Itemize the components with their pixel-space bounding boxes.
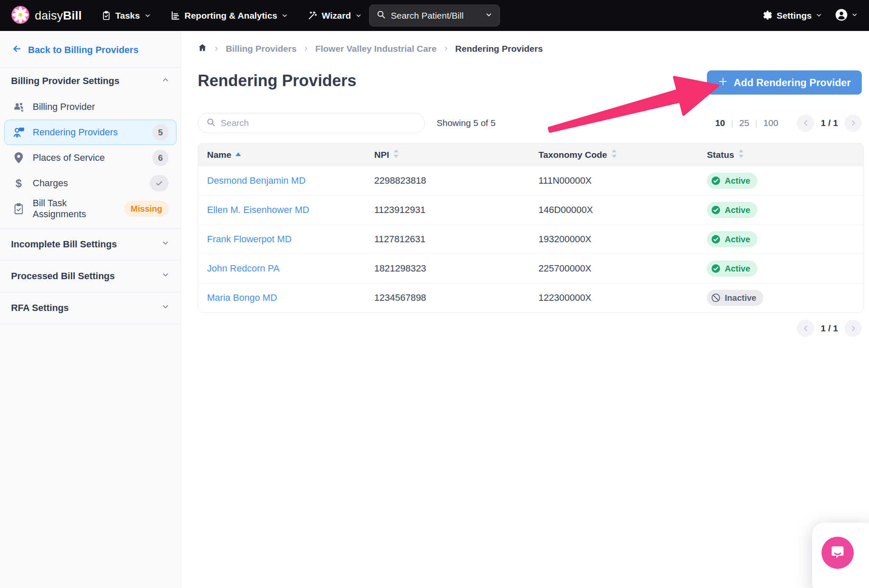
count-badge: 6: [152, 150, 168, 166]
separator: |: [755, 118, 757, 128]
status-label: Active: [725, 176, 750, 186]
sidebar-item-bill-task-assignments[interactable]: Bill Task Assignments Missing: [4, 196, 177, 221]
brand-logo[interactable]: daisyBill: [11, 6, 82, 26]
account-menu[interactable]: [835, 8, 858, 23]
column-header-status[interactable]: Status: [698, 149, 863, 160]
back-to-billing-providers-link[interactable]: Back to Billing Providers: [0, 31, 181, 67]
gear-icon: [762, 9, 773, 22]
provider-taxonomy: 111N00000X: [530, 175, 698, 186]
user-avatar-icon: [835, 8, 848, 23]
section-incomplete-bill-settings[interactable]: Incomplete Bill Settings: [0, 229, 181, 260]
sidebar-item-charges[interactable]: $ Charges: [4, 171, 177, 196]
provider-name-link[interactable]: Desmond Benjamin MD: [198, 175, 365, 186]
nav-item-settings[interactable]: Settings: [762, 9, 822, 22]
sidebar-item-billing-provider[interactable]: Billing Provider: [4, 94, 177, 120]
chevron-down-icon: [355, 12, 362, 19]
slash-circle-icon: [711, 293, 721, 303]
breadcrumb-current: Rendering Providers: [455, 44, 543, 54]
providers-table: Name NPI Taxonomy Code: [198, 143, 864, 313]
sort-icon: [611, 149, 617, 160]
status-label: Inactive: [725, 293, 756, 303]
sort-ascending-icon: [235, 148, 241, 158]
breadcrumb-billing-providers[interactable]: Billing Providers: [226, 44, 297, 54]
count-badge: 5: [152, 124, 168, 140]
section-processed-bill-settings[interactable]: Processed Bill Settings: [0, 260, 181, 292]
clipboard-check-icon: [12, 203, 25, 215]
add-button-label: Add Rendering Provider: [734, 77, 851, 89]
nav-menu: Tasks Reporting & Analytics: [101, 11, 362, 21]
table-row: Ellen M. Eisenhower MD 1123912931 146D00…: [198, 195, 863, 224]
section-billing-provider-settings[interactable]: Billing Provider Settings: [0, 68, 181, 94]
chevron-down-icon: [144, 12, 151, 19]
provider-name-link[interactable]: Maria Bongo MD: [198, 292, 365, 303]
table-row: Maria Bongo MD 1234567898 122300000X Ina…: [198, 283, 863, 312]
plus-icon: [718, 76, 728, 89]
section-label: RFA Settings: [11, 302, 69, 314]
page-indicator: 1 / 1: [821, 118, 838, 128]
add-rendering-provider-button[interactable]: Add Rendering Provider: [707, 70, 862, 95]
provider-name-link[interactable]: John Redcorn PA: [198, 263, 365, 274]
pagination-bottom: 1 / 1: [797, 319, 862, 337]
patient-bill-search[interactable]: Search Patient/Bill: [369, 5, 500, 26]
page-size-10[interactable]: 10: [715, 118, 725, 128]
search-input[interactable]: [221, 118, 416, 128]
table-toolbar: Showing 5 of 5 10 | 25 | 100 1 / 1: [198, 113, 862, 133]
status-label: Active: [725, 235, 750, 244]
provider-npi: 2298823818: [365, 175, 530, 186]
column-header-npi[interactable]: NPI: [365, 149, 530, 160]
status-label: Active: [725, 205, 750, 215]
chevron-down-icon: [161, 302, 170, 314]
nav-item-wizard[interactable]: Wizard: [308, 11, 362, 21]
status-badge: Active: [707, 231, 757, 247]
page-size-25[interactable]: 25: [739, 118, 749, 128]
column-label: Taxonomy Code: [538, 150, 607, 160]
daisy-flower-icon: [11, 6, 30, 26]
sidebar-item-rendering-providers[interactable]: Rendering Providers 5: [4, 120, 177, 145]
chevron-right-icon: [303, 44, 309, 54]
nav-item-reporting[interactable]: Reporting & Analytics: [171, 11, 289, 21]
provider-name-link[interactable]: Ellen M. Eisenhower MD: [198, 204, 365, 216]
provider-status-cell: Active: [698, 260, 863, 277]
page-size-100[interactable]: 100: [763, 118, 778, 128]
sidebar-item-label: Bill Task Assignments: [33, 198, 117, 220]
section-label: Incomplete Bill Settings: [11, 239, 117, 250]
provider-status-cell: Active: [698, 173, 863, 189]
status-badge: Active: [707, 260, 757, 277]
provider-name-link[interactable]: Frank Flowerpot MD: [198, 234, 365, 245]
previous-page-button[interactable]: [797, 115, 814, 132]
sidebar-item-places-of-service[interactable]: Places of Service 6: [4, 145, 177, 171]
previous-page-button[interactable]: [797, 319, 814, 337]
table-header: Name NPI Taxonomy Code: [198, 143, 863, 166]
chevron-down-icon: [161, 271, 170, 282]
column-header-name[interactable]: Name: [198, 150, 365, 160]
sidebar: Back to Billing Providers Billing Provid…: [0, 31, 181, 588]
next-page-button[interactable]: [844, 319, 862, 337]
breadcrumb-flower-valley[interactable]: Flower Valley Industrial Care: [315, 44, 437, 54]
home-icon[interactable]: [198, 43, 207, 54]
section-rfa-settings[interactable]: RFA Settings: [0, 292, 181, 324]
chevron-down-icon[interactable]: [485, 11, 493, 21]
top-nav: daisyBill Tasks: [0, 0, 869, 31]
brand-name: daisyBill: [35, 9, 82, 22]
provider-taxonomy: 146D00000X: [530, 204, 698, 216]
provider-npi: 1821298323: [365, 263, 530, 274]
back-link-label: Back to Billing Providers: [28, 45, 138, 56]
section-label: Processed Bill Settings: [11, 271, 115, 282]
sort-icon: [738, 149, 744, 160]
column-label: Status: [707, 150, 734, 160]
chevron-right-icon: [213, 44, 219, 54]
chat-launcher-button[interactable]: [821, 537, 854, 569]
bar-chart-icon: [171, 11, 180, 20]
pager: 1 / 1: [797, 115, 862, 132]
chevron-down-icon: [161, 239, 170, 250]
check-circle-icon: [711, 263, 721, 274]
table-search: [198, 113, 425, 133]
provider-npi: 1127812631: [365, 234, 530, 245]
nav-item-label: Reporting & Analytics: [185, 11, 278, 21]
users-icon: [12, 101, 25, 113]
nav-item-tasks[interactable]: Tasks: [101, 11, 151, 21]
next-page-button[interactable]: [844, 115, 862, 132]
column-header-taxonomy[interactable]: Taxonomy Code: [530, 149, 698, 160]
status-badge: Active: [707, 173, 757, 189]
provider-status-cell: Inactive: [698, 290, 863, 306]
